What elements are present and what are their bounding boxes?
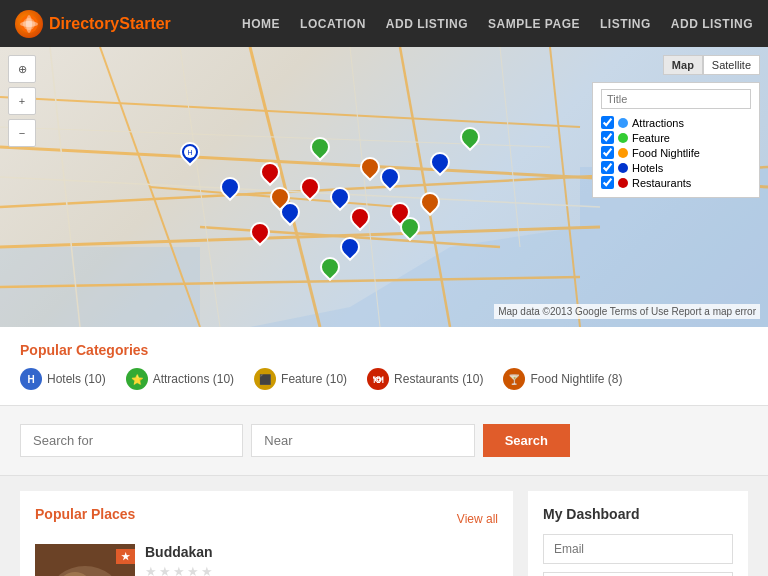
place-badge: ★	[116, 549, 135, 564]
attractions-label: Attractions (10)	[153, 372, 234, 386]
categories-title: Popular Categories	[20, 342, 748, 358]
popular-places-section: Popular Places View all ★	[20, 491, 513, 576]
place-name[interactable]: Buddakan	[145, 544, 498, 560]
restaurants-label: Restaurants (10)	[394, 372, 483, 386]
attractions-color-dot	[618, 118, 628, 128]
restaurants-icon: 🍽	[367, 368, 389, 390]
map-controls: ⊕ + −	[8, 55, 36, 147]
satellite-view-button[interactable]: Satellite	[703, 55, 760, 75]
password-input[interactable]	[543, 572, 733, 576]
map-zoom-out-button[interactable]: −	[8, 119, 36, 147]
star-1: ★	[145, 564, 157, 576]
filter-title-input[interactable]	[601, 89, 751, 109]
hotels-label: Hotels (10)	[47, 372, 106, 386]
filter-attractions-checkbox[interactable]	[601, 116, 614, 129]
filter-feature-label: Feature	[632, 132, 670, 144]
map-filter-panel: Attractions Feature Food Nightlife Hotel…	[592, 82, 760, 198]
hotels-icon: H	[20, 368, 42, 390]
email-input[interactable]	[543, 534, 733, 564]
popular-places-title: Popular Places	[35, 506, 135, 522]
view-all-link[interactable]: View all	[457, 512, 498, 526]
hotels-color-dot	[618, 163, 628, 173]
star-rating: ★ ★ ★ ★ ★	[145, 564, 498, 576]
filter-feature-checkbox[interactable]	[601, 131, 614, 144]
nav-location[interactable]: LOCATION	[300, 17, 366, 31]
right-column: My Dashboard Sign In New User? Register …	[528, 491, 748, 576]
food-color-dot	[618, 148, 628, 158]
food-nightlife-icon: 🍸	[503, 368, 525, 390]
search-button[interactable]: Search	[483, 424, 570, 457]
map-zoom-in-button[interactable]: +	[8, 87, 36, 115]
category-attractions[interactable]: ⭐ Attractions (10)	[126, 368, 234, 390]
map-pan-button[interactable]: ⊕	[8, 55, 36, 83]
map-view-button[interactable]: Map	[663, 55, 703, 75]
feature-label: Feature (10)	[281, 372, 347, 386]
category-food-nightlife[interactable]: 🍸 Food Nightlife (8)	[503, 368, 622, 390]
nav-add-listing-1[interactable]: ADD LISTING	[386, 17, 468, 31]
feature-icon: ⬛	[254, 368, 276, 390]
place-info: Buddakan ★ ★ ★ ★ ★ 💬 No Reviews	[145, 544, 498, 576]
category-restaurants[interactable]: 🍽 Restaurants (10)	[367, 368, 483, 390]
svg-point-3	[20, 21, 38, 27]
map-container: ⊕ + − Map Satellite Attractions Feature	[0, 47, 768, 327]
main-nav: HOME LOCATION ADD LISTING SAMPLE PAGE LI…	[242, 17, 753, 31]
nav-sample-page[interactable]: SAMPLE PAGE	[488, 17, 580, 31]
left-column: Popular Places View all ★	[20, 491, 513, 576]
place-item-buddakan: ★ Buddakan ★ ★ ★ ★ ★ 💬 No	[35, 544, 498, 576]
star-5: ★	[201, 564, 213, 576]
filter-restaurants-checkbox[interactable]	[601, 176, 614, 189]
filter-restaurants: Restaurants	[601, 176, 751, 189]
map-background[interactable]: ⊕ + − Map Satellite Attractions Feature	[0, 47, 768, 327]
dashboard-section: My Dashboard Sign In New User? Register …	[528, 491, 748, 576]
svg-line-14	[0, 97, 580, 127]
filter-food-nightlife: Food Nightlife	[601, 146, 751, 159]
star-2: ★	[159, 564, 171, 576]
filter-attractions-label: Attractions	[632, 117, 684, 129]
filter-feature: Feature	[601, 131, 751, 144]
category-feature[interactable]: ⬛ Feature (10)	[254, 368, 347, 390]
restaurants-color-dot	[618, 178, 628, 188]
star-4: ★	[187, 564, 199, 576]
nav-listing[interactable]: LISTING	[600, 17, 651, 31]
filter-food-label: Food Nightlife	[632, 147, 700, 159]
filter-restaurants-label: Restaurants	[632, 177, 691, 189]
nav-add-listing-2[interactable]: ADD LISTING	[671, 17, 753, 31]
filter-hotels: Hotels	[601, 161, 751, 174]
category-hotels[interactable]: H Hotels (10)	[20, 368, 106, 390]
food-nightlife-label: Food Nightlife (8)	[530, 372, 622, 386]
star-3: ★	[173, 564, 185, 576]
logo-icon	[15, 10, 43, 38]
feature-color-dot	[618, 133, 628, 143]
filter-hotels-label: Hotels	[632, 162, 663, 174]
filter-food-checkbox[interactable]	[601, 146, 614, 159]
search-section: Search	[0, 406, 768, 476]
logo-text: DirectoryStarter	[49, 15, 171, 33]
site-header: DirectoryStarter HOME LOCATION ADD LISTI…	[0, 0, 768, 47]
filter-hotels-checkbox[interactable]	[601, 161, 614, 174]
categories-section: Popular Categories H Hotels (10) ⭐ Attra…	[0, 327, 768, 406]
attractions-icon: ⭐	[126, 368, 148, 390]
search-bar: Search	[20, 424, 570, 457]
map-type-toggle: Map Satellite	[663, 55, 760, 75]
search-input[interactable]	[20, 424, 243, 457]
near-input[interactable]	[251, 424, 474, 457]
place-image: ★	[35, 544, 135, 576]
filter-attractions: Attractions	[601, 116, 751, 129]
logo[interactable]: DirectoryStarter	[15, 10, 171, 38]
place-image-bg: ★	[35, 544, 135, 576]
map-info-text: Map data ©2013 Google Terms of Use Repor…	[494, 304, 760, 319]
dashboard-title: My Dashboard	[543, 506, 733, 522]
categories-list: H Hotels (10) ⭐ Attractions (10) ⬛ Featu…	[20, 368, 748, 390]
nav-home[interactable]: HOME	[242, 17, 280, 31]
main-content: Popular Places View all ★	[0, 476, 768, 576]
svg-line-22	[500, 47, 520, 247]
popular-places-header: Popular Places View all	[35, 506, 498, 532]
